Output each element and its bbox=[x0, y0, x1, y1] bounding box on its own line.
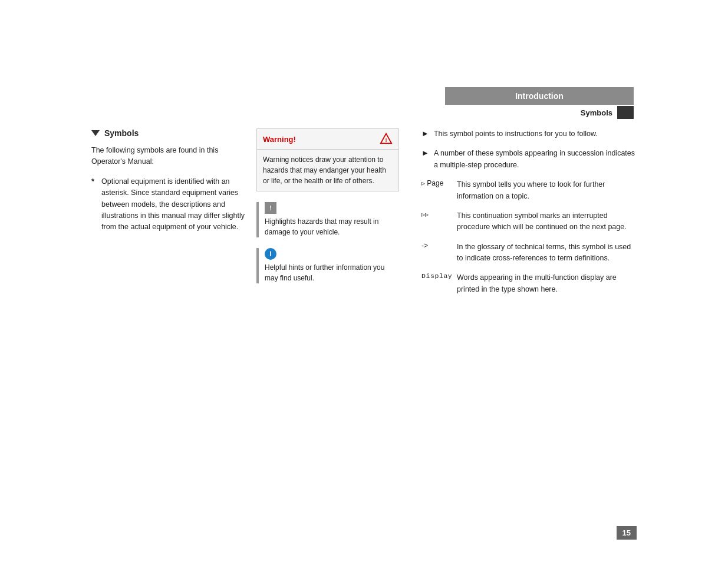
info-icon: i bbox=[265, 248, 276, 260]
middle-column: Warning! ! Warning notices draw your att… bbox=[256, 128, 416, 515]
right-text-1: This symbol points to instructions for y… bbox=[434, 128, 598, 140]
caution-text: Highlights hazards that may result in da… bbox=[265, 216, 399, 237]
asterisk-text: Optional equipment is identified with an… bbox=[101, 176, 245, 233]
page-container: Introduction Symbols Symbols The followi… bbox=[0, 0, 728, 562]
caution-icon: ! bbox=[265, 202, 276, 214]
symbols-block bbox=[617, 106, 634, 119]
page-number-value: 15 bbox=[622, 528, 631, 537]
left-intro-text: The following symbols are found in this … bbox=[91, 145, 245, 168]
right-ref-page: ▹ Page This symbol tells you where to lo… bbox=[421, 179, 637, 202]
right-ref-display: Display Words appearing in the multi-fun… bbox=[421, 272, 637, 295]
left-column: Symbols The following symbols are found … bbox=[91, 128, 256, 515]
arrow-icon-1: ► bbox=[421, 129, 429, 138]
caution-icon-label: ! bbox=[269, 204, 272, 211]
right-text-2: A number of these symbols appearing in s… bbox=[434, 148, 637, 171]
warning-text: Warning notices draw your attention to h… bbox=[263, 156, 386, 185]
caution-content: ! Highlights hazards that may result in … bbox=[265, 202, 399, 237]
caution-icon-row: ! bbox=[265, 202, 399, 214]
asterisk-item: * Optional equipment is identified with … bbox=[91, 176, 245, 233]
info-icon-label: i bbox=[269, 250, 271, 258]
warning-body: Warning notices draw your attention to h… bbox=[257, 150, 398, 191]
info-bar bbox=[256, 248, 259, 283]
right-column: ► This symbol points to instructions for… bbox=[416, 128, 637, 515]
symbols-heading: Symbols bbox=[91, 128, 245, 138]
symbols-label: Symbols bbox=[581, 108, 612, 117]
caution-box: ! Highlights hazards that may result in … bbox=[256, 202, 399, 237]
symbols-title: Symbols bbox=[104, 128, 139, 138]
header-bar: Introduction Symbols bbox=[445, 87, 634, 119]
right-item-2: ► A number of these symbols appearing in… bbox=[421, 148, 637, 171]
symbols-header: Symbols bbox=[445, 106, 634, 119]
caution-bar bbox=[256, 202, 259, 237]
warning-label: Warning! bbox=[263, 135, 296, 144]
right-ref-continuation: ▹▹ This continuation symbol marks an int… bbox=[421, 210, 637, 233]
warning-header: Warning! ! bbox=[257, 129, 398, 150]
introduction-header: Introduction bbox=[445, 87, 634, 105]
ref-display-label: Display bbox=[421, 272, 452, 280]
ref-continuation-label: ▹▹ bbox=[421, 210, 452, 219]
ref-glossary-label: -> bbox=[421, 242, 452, 250]
ref-page-label: ▹ Page bbox=[421, 179, 452, 187]
ref-continuation-text: This continuation symbol marks an interr… bbox=[457, 210, 637, 233]
right-ref-glossary: -> In the glossary of technical terms, t… bbox=[421, 242, 637, 265]
asterisk-marker: * bbox=[91, 177, 94, 233]
main-content: Symbols The following symbols are found … bbox=[91, 128, 637, 515]
triangle-icon bbox=[91, 130, 100, 136]
right-item-1: ► This symbol points to instructions for… bbox=[421, 128, 637, 140]
ref-page-text: This symbol tells you where to look for … bbox=[457, 179, 637, 202]
ref-display-text: Words appearing in the multi-function di… bbox=[457, 272, 637, 295]
warning-box: Warning! ! Warning notices draw your att… bbox=[256, 128, 399, 191]
svg-text:!: ! bbox=[385, 137, 387, 143]
warning-triangle-icon: ! bbox=[380, 133, 393, 146]
info-box: i Helpful hints or further information y… bbox=[256, 248, 399, 283]
page-number: 15 bbox=[617, 526, 637, 540]
info-content: i Helpful hints or further information y… bbox=[265, 248, 399, 283]
introduction-label: Introduction bbox=[515, 91, 564, 101]
ref-glossary-text: In the glossary of technical terms, this… bbox=[457, 242, 637, 265]
info-text: Helpful hints or further information you… bbox=[265, 262, 399, 283]
arrow-icon-2: ► bbox=[421, 148, 429, 157]
